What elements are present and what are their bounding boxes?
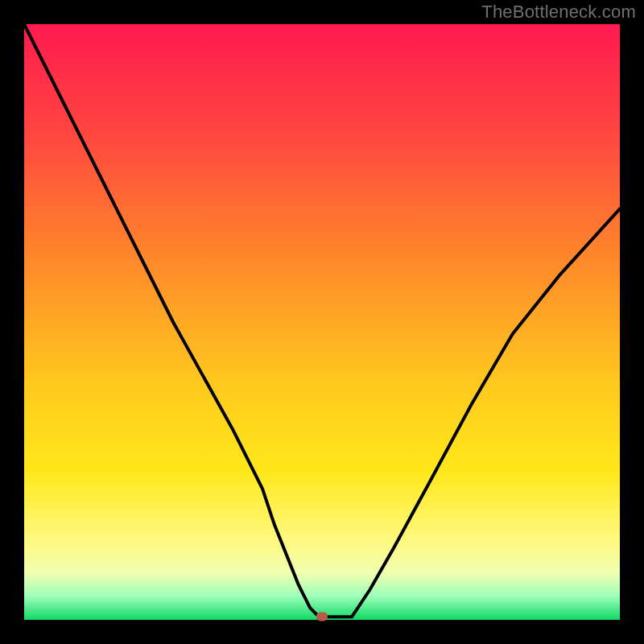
bottleneck-curve (24, 24, 620, 620)
watermark-text: TheBottleneck.com (481, 2, 636, 23)
plot-area (24, 24, 620, 620)
minimum-marker (316, 613, 328, 621)
chart-frame: TheBottleneck.com (0, 0, 644, 644)
